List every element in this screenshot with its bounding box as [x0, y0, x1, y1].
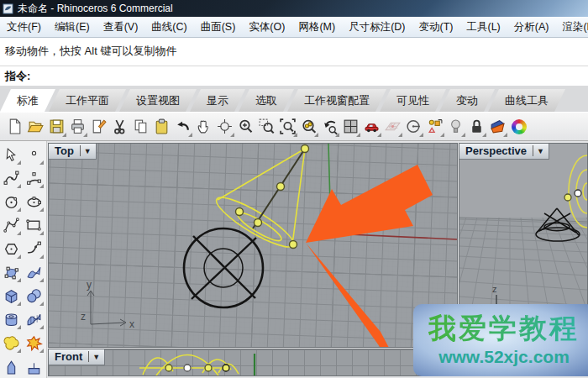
command-history: 移动物件，快按 Alt 键可以复制物件	[0, 38, 588, 66]
set-view-icon[interactable]	[403, 115, 424, 139]
surface-from-points-icon[interactable]	[0, 260, 22, 284]
command-prompt-label: 指令:	[5, 70, 30, 82]
control-point-curve-icon[interactable]	[0, 166, 22, 190]
viewport-menu-arrow-icon[interactable]: ▼	[92, 353, 100, 361]
cplane-axis-gizmo	[87, 291, 126, 326]
tab[interactable]: 标准	[0, 89, 55, 112]
zoom-window-icon[interactable]	[256, 115, 277, 139]
selection-filter-icon[interactable]	[424, 115, 445, 139]
toolbar-tabs: 标准工作平面设置视图显示选取工作视窗配置可见性变动曲线工具	[0, 86, 588, 112]
save-icon[interactable]	[46, 115, 67, 139]
selected-yellow-cone[interactable]	[212, 145, 309, 255]
polygon-icon[interactable]	[0, 237, 22, 260]
rectangle-icon[interactable]	[23, 213, 45, 237]
menu-item[interactable]: 曲线(C)	[144, 18, 193, 37]
cylinder-icon[interactable]	[0, 307, 22, 331]
zoom-in-icon[interactable]	[235, 115, 256, 139]
command-prompt[interactable]: 指令:	[0, 66, 588, 86]
menu-item[interactable]: 曲面(S)	[194, 18, 243, 37]
tab[interactable]: 工作平面	[49, 89, 126, 112]
viewport-layout-icon[interactable]	[340, 115, 361, 139]
color-wheel-icon[interactable]	[508, 115, 529, 139]
box-icon[interactable]	[0, 284, 22, 307]
axis-z-label: z	[81, 311, 86, 323]
arc-icon[interactable]	[23, 166, 45, 190]
axis-y-label: y	[87, 279, 92, 291]
tab[interactable]: 选取	[239, 89, 294, 112]
blend-curve-icon[interactable]	[23, 237, 45, 260]
zoom-extents-icon[interactable]	[277, 115, 298, 139]
viewport-menu-arrow-icon[interactable]: ▼	[84, 147, 92, 155]
main-tool-sidebar	[0, 141, 47, 378]
paste-icon[interactable]	[151, 115, 172, 139]
menu-item[interactable]: 尺寸标注(D)	[342, 18, 412, 37]
select-icon[interactable]	[0, 143, 22, 166]
persp-axis-z-label: z	[492, 284, 497, 294]
app-icon	[3, 3, 13, 14]
menu-item[interactable]: 分析(A)	[507, 18, 556, 37]
zoom-previous-icon[interactable]	[319, 115, 340, 139]
viewport-top[interactable]: y z x Top ▼	[48, 143, 458, 348]
named-view-icon[interactable]	[361, 115, 382, 139]
tab[interactable]: 曲线工具	[488, 89, 565, 112]
viewport-perspective-label[interactable]: Perspective ▼	[459, 144, 549, 160]
sphere-icon[interactable]	[23, 284, 45, 307]
command-history-text: 移动物件，快按 Alt 键可以复制物件	[5, 45, 176, 57]
polyline-icon[interactable]	[0, 213, 22, 237]
watermark-url: www.52xjc.com	[438, 347, 570, 367]
viewport-top-label[interactable]: Top ▼	[49, 144, 97, 160]
window-title: 未命名 - Rhinoceros 6 Commercial	[18, 2, 173, 16]
black-cone-top-view[interactable]	[184, 228, 263, 307]
tab[interactable]: 变动	[439, 89, 495, 112]
menu-item[interactable]: 实体(O)	[242, 18, 291, 37]
render-icon[interactable]	[487, 115, 508, 139]
open-file-icon[interactable]	[25, 115, 46, 139]
viewport-menu-arrow-icon[interactable]: ▼	[537, 147, 544, 155]
tab[interactable]: 设置视图	[119, 89, 197, 112]
lock-icon[interactable]	[466, 115, 487, 139]
highlight-arrow-head	[306, 243, 413, 347]
standard-toolbar	[0, 112, 588, 141]
menu-item[interactable]: 网格(M)	[291, 18, 342, 37]
menu-item[interactable]: 文件(F)	[0, 18, 48, 37]
zoom-selected-icon[interactable]	[298, 115, 319, 139]
highlight-arrow	[306, 165, 433, 243]
point-icon[interactable]	[23, 143, 45, 166]
viewport-front-label[interactable]: Front ▼	[49, 349, 105, 365]
watermark-title: 我爱学教程	[428, 314, 580, 342]
tab[interactable]: 显示	[190, 89, 245, 112]
export-icon[interactable]	[88, 115, 109, 139]
pan-icon[interactable]	[193, 115, 214, 139]
clipped-tool-icon[interactable]	[0, 354, 22, 378]
axis-x-label: x	[129, 318, 134, 330]
curved-surface-icon[interactable]	[23, 260, 45, 284]
print-icon[interactable]	[67, 115, 88, 139]
menu-bar: 文件(F)编辑(E)查看(V)曲线(C)曲面(S)实体(O)网格(M)尺寸标注(…	[0, 17, 588, 38]
rhino-window: 未命名 - Rhinoceros 6 Commercial 文件(F)编辑(E)…	[0, 0, 588, 378]
menu-item[interactable]: 变动(T)	[412, 18, 460, 37]
new-file-icon[interactable]	[4, 115, 25, 139]
tab[interactable]: 可见性	[380, 89, 446, 112]
watermark-panel: 我爱学教程 www.52xjc.com	[413, 304, 588, 376]
title-bar[interactable]: 未命名 - Rhinoceros 6 Commercial	[0, 0, 588, 17]
boolean-union-icon[interactable]	[0, 331, 22, 354]
menu-item[interactable]: 编辑(E)	[48, 18, 97, 37]
rotate-view-icon[interactable]	[214, 115, 235, 139]
undo-icon[interactable]	[172, 115, 193, 139]
explode-icon[interactable]	[23, 331, 45, 354]
menu-item[interactable]: 渲染(R)	[555, 18, 588, 37]
menu-item[interactable]: 工具(L)	[459, 18, 507, 37]
ellipse-icon[interactable]	[23, 190, 45, 213]
viewport-front[interactable]: Front ▼	[48, 349, 458, 376]
clipped-tool-icon-2[interactable]	[23, 354, 45, 378]
patch-surface-icon[interactable]	[23, 307, 45, 331]
menu-item[interactable]: 查看(V)	[97, 18, 145, 37]
cut-icon[interactable]	[109, 115, 130, 139]
copy-icon[interactable]	[130, 115, 151, 139]
circle-icon[interactable]	[0, 190, 22, 213]
lights-icon[interactable]	[445, 115, 466, 139]
tab[interactable]: 工作视窗配置	[287, 89, 386, 112]
cplane-icon[interactable]	[382, 115, 403, 139]
